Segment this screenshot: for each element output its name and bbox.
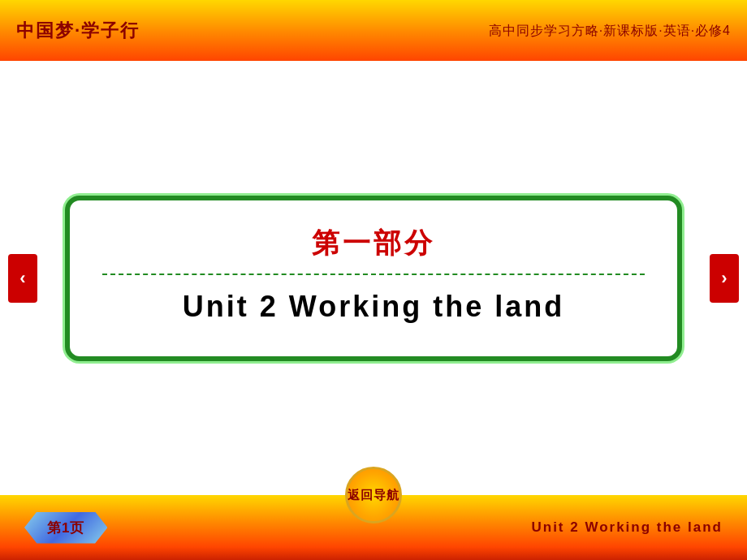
page-number-badge: 第1页 — [24, 512, 107, 544]
subtitle-text: 高中同步学习方略·新课标版·英语·必修4 — [489, 22, 731, 39]
header: 中国梦·学子行 高中同步学习方略·新课标版·英语·必修4 — [0, 0, 747, 61]
section-title: 第一部分 — [312, 225, 435, 262]
page-badge-wrapper: 第1页 — [24, 512, 107, 544]
logo-text: 中国梦·学子行 — [16, 19, 140, 43]
footer: 第1页 返回导航 Unit 2 Working the land — [0, 495, 747, 560]
right-chevron-icon: › — [721, 269, 727, 287]
next-arrow-button[interactable]: › — [710, 254, 739, 303]
return-label: 返回导航 — [348, 488, 399, 503]
return-button[interactable]: 返回导航 — [345, 467, 402, 523]
footer-unit-text: Unit 2 Working the land — [531, 519, 723, 536]
left-chevron-icon: ‹ — [19, 269, 25, 287]
card-divider — [102, 274, 645, 275]
content-card: 第一部分 Unit 2 Working the land — [65, 196, 682, 361]
unit-title: Unit 2 Working the land — [183, 290, 564, 324]
prev-arrow-button[interactable]: ‹ — [8, 254, 37, 303]
main-content: ‹ 第一部分 Unit 2 Working the land › — [0, 61, 747, 495]
